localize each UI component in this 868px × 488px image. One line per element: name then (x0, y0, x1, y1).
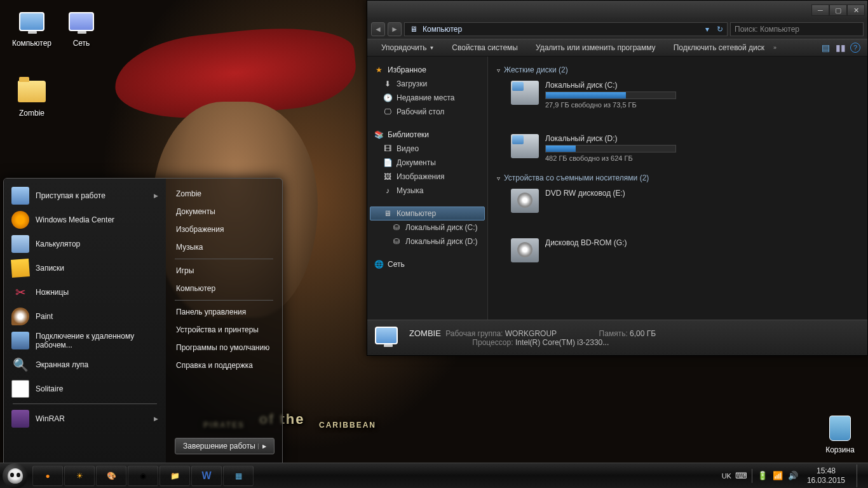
bdrom-icon (511, 238, 539, 262)
program-getting-started[interactable]: Приступая к работе▶ (6, 184, 163, 208)
show-desktop-button[interactable] (857, 464, 863, 487)
sidebar-item-videos[interactable]: 🎞Видео (370, 142, 485, 156)
sidebar-item-music[interactable]: ♪Музыка (370, 184, 485, 198)
place-devices[interactable]: Устройства и принтеры (168, 321, 280, 339)
icon-label: Сеть (73, 39, 90, 48)
app-icon: ▦ (235, 471, 242, 480)
sidebar-item-drive-d[interactable]: ⛁Локальный диск (D:) (370, 234, 485, 248)
search-input[interactable]: Поиск: Компьютер (730, 22, 864, 36)
program-snipping-tool[interactable]: ✂Ножницы (6, 280, 163, 304)
desktop-icon-network[interactable]: Сеть (57, 6, 105, 48)
breadcrumb: Компьютер (423, 25, 462, 34)
system-properties-button[interactable]: Свойства системы (443, 39, 527, 56)
libraries-header[interactable]: 📚Библиотеки (370, 128, 485, 142)
drive-e[interactable]: DVD RW дисковод (E:) (511, 189, 676, 213)
computer-icon: 🖥 (409, 24, 419, 34)
uninstall-button[interactable]: Удалить или изменить программу (527, 39, 665, 56)
address-bar[interactable]: 🖥 Компьютер ▾ ↻ (404, 22, 728, 36)
chrome-icon: ◉ (140, 471, 146, 480)
recent-icon: 🕑 (383, 93, 393, 103)
place-help[interactable]: Справка и поддержка (168, 356, 280, 374)
notes-icon (11, 259, 30, 278)
place-computer[interactable]: Компьютер (168, 280, 280, 297)
network-signal-icon[interactable]: 📶 (773, 471, 783, 481)
program-winrar[interactable]: WinRAR▶ (6, 407, 163, 431)
place-user[interactable]: Zombie (168, 185, 280, 203)
sidebar-item-computer[interactable]: 🖥Компьютер (370, 207, 485, 220)
place-music[interactable]: Музыка (168, 238, 280, 256)
taskbar-chrome[interactable]: ◉ (128, 466, 158, 486)
minimize-button[interactable]: ─ (811, 4, 829, 16)
winrar-icon (11, 410, 29, 428)
organize-menu[interactable]: Упорядочить ▼ (372, 39, 443, 56)
sidebar-item-drive-c[interactable]: ⛁Локальный диск (C:) (370, 220, 485, 234)
program-solitaire[interactable]: Solitaire (6, 377, 163, 401)
desktop-icon-recyclebin[interactable]: Корзина (816, 413, 864, 454)
favorites-header[interactable]: ★Избранное (370, 63, 485, 77)
taskbar-firefox[interactable]: ● (32, 466, 63, 486)
drive-icon (511, 81, 539, 105)
sidebar-item-network[interactable]: 🌐Сеть (370, 257, 485, 271)
start-button[interactable] (3, 463, 28, 489)
start-menu-programs: Приступая к работе▶ Windows Media Center… (4, 179, 166, 466)
keyboard-icon[interactable]: ⌨ (736, 471, 747, 481)
refresh-icon[interactable]: ↻ (717, 25, 723, 34)
drive-g[interactable]: Дисковод BD-ROM (G:) (511, 238, 676, 262)
chevron-down-icon[interactable]: ▾ (705, 25, 709, 34)
place-pictures[interactable]: Изображения (168, 220, 280, 238)
taskbar-app-orange[interactable]: ☀ (64, 466, 95, 486)
computer-icon (375, 327, 400, 349)
sidebar-item-recent[interactable]: 🕑Недавние места (370, 91, 485, 105)
desktop-icon-userfolder[interactable]: Zombie (8, 76, 56, 118)
map-drive-button[interactable]: Подключить сетевой диск (665, 39, 773, 56)
category-removable[interactable]: ▿Устройства со съемными носителями (2) (497, 173, 858, 182)
battery-icon[interactable]: 🔋 (757, 471, 768, 481)
sidebar-item-documents[interactable]: 📄Документы (370, 156, 485, 170)
start-menu: Приступая к работе▶ Windows Media Center… (3, 178, 283, 466)
program-sticky-notes[interactable]: Записки (6, 256, 163, 280)
clock[interactable]: 15:48 16.03.2015 (803, 466, 849, 485)
desktop-icon-computer[interactable]: Компьютер (8, 6, 56, 48)
app-icon: ☀ (76, 471, 83, 480)
language-indicator[interactable]: UK (722, 472, 731, 480)
drive-c[interactable]: Локальный диск (C:) 27,9 ГБ свободно из … (511, 81, 676, 109)
program-media-center[interactable]: Windows Media Center (6, 208, 163, 232)
view-mode-icon[interactable]: ▤ (820, 42, 831, 53)
drive-d[interactable]: Локальный диск (D:) 482 ГБ свободно из 6… (511, 134, 676, 162)
preview-pane-icon[interactable]: ▮▮ (835, 42, 846, 53)
program-calculator[interactable]: Калькулятор (6, 232, 163, 256)
drive-icon: ⛁ (391, 222, 402, 233)
place-default-programs[interactable]: Программы по умолчанию (168, 339, 280, 356)
place-control-panel[interactable]: Панель управления (168, 303, 280, 321)
downloads-icon: ⬇ (383, 79, 393, 89)
program-magnifier[interactable]: 🔍Экранная лупа (6, 353, 163, 377)
category-hdd[interactable]: ▿Жесткие диски (2) (497, 65, 858, 74)
shutdown-button[interactable]: Завершение работы▶ (175, 438, 275, 454)
titlebar[interactable]: ─ ▢ ✕ (367, 1, 867, 20)
maximize-button[interactable]: ▢ (829, 4, 847, 16)
help-icon[interactable]: ? (850, 43, 860, 53)
volume-icon[interactable]: 🔊 (788, 471, 798, 481)
desktop-icon: 🖵 (383, 107, 393, 117)
close-button[interactable]: ✕ (847, 4, 865, 16)
taskbar-paint[interactable]: 🎨 (96, 466, 126, 486)
sidebar-item-pictures[interactable]: 🖼Изображения (370, 170, 485, 184)
folder-icon: 📁 (170, 471, 180, 480)
back-button[interactable]: ◄ (371, 22, 385, 36)
place-documents[interactable]: Документы (168, 203, 280, 220)
sidebar-item-downloads[interactable]: ⬇Загрузки (370, 77, 485, 91)
program-paint[interactable]: Paint (6, 304, 163, 329)
forward-button[interactable]: ► (388, 22, 402, 36)
palette-icon: 🎨 (107, 471, 116, 480)
program-rdp[interactable]: Подключение к удаленному рабочем... (6, 329, 163, 353)
sidebar-item-desktop[interactable]: 🖵Рабочий стол (370, 105, 485, 119)
star-icon: ★ (374, 65, 384, 75)
paint-icon (11, 308, 29, 325)
taskbar-word[interactable]: W (191, 466, 222, 486)
rdp-icon (11, 332, 29, 349)
media-center-icon (11, 211, 29, 229)
taskbar-explorer[interactable]: 📁 (159, 466, 190, 486)
place-games[interactable]: Игры (168, 262, 280, 280)
taskbar-app-blue[interactable]: ▦ (223, 466, 254, 486)
computer-icon: 🖥 (383, 208, 393, 219)
